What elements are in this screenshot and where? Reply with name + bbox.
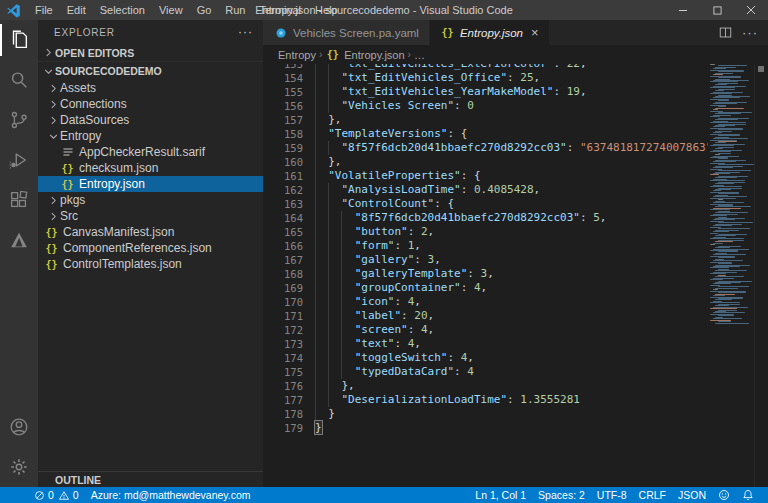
activity-item-search[interactable] — [0, 60, 38, 100]
code-line-text: } — [303, 407, 335, 421]
status-feedback[interactable] — [712, 487, 736, 503]
tree-item-datasources[interactable]: DataSources — [38, 112, 263, 128]
menu-view[interactable]: View — [152, 0, 190, 20]
menu-file[interactable]: File — [28, 0, 60, 20]
minimize-icon[interactable] — [666, 0, 700, 20]
tree-item-canvasmanifest-json[interactable]: {}CanvasManifest.json — [38, 224, 263, 240]
code-line-text: }, — [303, 113, 341, 127]
activity-item-settings[interactable] — [0, 447, 38, 487]
code-token: "ControlCount" — [341, 197, 434, 210]
split-editor-icon[interactable] — [719, 26, 732, 39]
breadcrumb-item-entropy[interactable]: Entropy — [278, 49, 316, 61]
activity-item-run-and-debug[interactable] — [0, 140, 38, 180]
activity-item-extensions[interactable] — [0, 180, 38, 220]
status-cursor-position[interactable]: Ln 1, Col 1 — [469, 487, 532, 503]
status-eol[interactable]: CRLF — [633, 487, 672, 503]
code-line: 171"label": 20, — [263, 309, 768, 323]
tab-label: Entropy.json — [460, 27, 523, 39]
code-token: "form" — [355, 239, 395, 252]
indent-guide — [328, 183, 341, 197]
outline-section-header[interactable]: OUTLINE — [38, 471, 263, 487]
tree-item-label: pkgs — [60, 193, 85, 207]
tree-item-src[interactable]: Src — [38, 208, 263, 224]
tree-item-assets[interactable]: Assets — [38, 80, 263, 96]
line-number: 160 — [263, 155, 303, 169]
line-number: 167 — [263, 253, 303, 267]
indent-guide — [315, 365, 328, 379]
search-icon — [8, 69, 30, 91]
code-line-text: "txt_EditVehicles_YearMakeModel": 19, — [303, 85, 587, 99]
tree-item-entropy[interactable]: Entropy — [38, 128, 263, 144]
breadcrumb-item-[interactable]: … — [414, 49, 425, 61]
line-number: 156 — [263, 99, 303, 113]
tree-item-pkgs[interactable]: pkgs — [38, 192, 263, 208]
indent-guide — [315, 85, 328, 99]
maximize-icon[interactable] — [700, 0, 734, 20]
code-token: "AnalysisLoadTime" — [341, 183, 460, 196]
status-problems-warnings[interactable]: 0 — [56, 487, 85, 503]
line-number: 161 — [263, 169, 303, 183]
status-label: CRLF — [639, 489, 666, 501]
status-indentation[interactable]: Spaces: 2 — [532, 487, 591, 503]
indent-guide — [315, 183, 328, 197]
tab-entropy-json[interactable]: {}Entropy.json× — [430, 20, 549, 45]
code-token: "8f57f6dcb20d41bbaefc270d8292cc03" — [341, 141, 566, 154]
tree-item-controltemplates-json[interactable]: {}ControlTemplates.json — [38, 256, 263, 272]
breadcrumb-label: Entropy.json — [344, 49, 404, 61]
section-open-editors[interactable]: OPEN EDITORS — [38, 44, 263, 62]
tree-item-connections[interactable]: Connections — [38, 96, 263, 112]
tree-item-appcheckerresult-sarif[interactable]: AppCheckerResult.sarif — [38, 144, 263, 160]
editor-scrollbar[interactable] — [754, 64, 768, 487]
chevron-right-icon — [41, 473, 55, 487]
close-icon[interactable] — [734, 0, 768, 20]
activity-item-accounts[interactable] — [0, 407, 38, 447]
tree-item-label: ComponentReferences.json — [63, 241, 212, 255]
code-token: , — [414, 337, 421, 350]
status-problems-errors[interactable]: 0 — [28, 487, 56, 503]
tree-item-componentreferences-json[interactable]: {}ComponentReferences.json — [38, 240, 263, 256]
overview-ruler-decoration — [758, 66, 764, 72]
line-number: 159 — [263, 141, 303, 155]
code-line: 175"typedDataCard": 4 — [263, 365, 768, 379]
status-language-mode[interactable]: JSON — [672, 487, 712, 503]
code-line: 165"button": 2, — [263, 225, 768, 239]
status-azure-account[interactable]: Azure: md@matthewdevaney.com — [85, 487, 257, 503]
activity-item-azure[interactable] — [0, 220, 38, 260]
code-token: : — [507, 71, 520, 84]
tree-item-entropy-json[interactable]: {}Entropy.json — [38, 176, 263, 192]
tree-item-checksum-json[interactable]: {}checksum.json — [38, 160, 263, 176]
activity-item-explorer[interactable] — [0, 20, 38, 60]
code-line-text: }, — [303, 155, 341, 169]
indent-guide — [328, 393, 341, 407]
minimap[interactable] — [708, 64, 754, 487]
code-token: : — [467, 267, 480, 280]
menu-help[interactable]: Help — [308, 0, 345, 20]
close-icon[interactable]: × — [531, 26, 539, 39]
powerapps-yaml-icon — [273, 27, 288, 39]
menu-terminal[interactable]: Terminal — [253, 0, 309, 20]
code-editor[interactable]: 153"txt_EditVehicles_ExteriorColor": 22,… — [263, 64, 768, 487]
indent-guide — [315, 99, 328, 113]
vscode-window: FileEditSelectionViewGoRunTerminalHelp E… — [0, 0, 768, 503]
chevron-right-icon — [46, 97, 60, 111]
status-label: 0 — [73, 489, 79, 501]
menu-bar: FileEditSelectionViewGoRunTerminalHelp — [28, 0, 345, 20]
code-line-text: "text": 4, — [303, 337, 421, 351]
code-line: 164"8f57f6dcb20d41bbaefc270d8292cc03": 5… — [263, 211, 768, 225]
section-sourcecodedemo[interactable]: SOURCECODEDEMO — [38, 62, 263, 80]
chevron-down-icon — [41, 64, 55, 78]
status-encoding[interactable]: UTF-8 — [591, 487, 633, 503]
editor-more-actions-icon[interactable]: ··· — [742, 25, 758, 40]
menu-selection[interactable]: Selection — [93, 0, 152, 20]
breadcrumb-item-entropy-json[interactable]: {}Entropy.json — [325, 49, 404, 61]
menu-run[interactable]: Run — [218, 0, 252, 20]
tab-vehicles-screen-pa-yaml[interactable]: Vehicles Screen.pa.yaml — [263, 20, 429, 45]
menu-go[interactable]: Go — [190, 0, 219, 20]
explorer-more-actions-icon[interactable]: ··· — [238, 25, 253, 39]
status-label: JSON — [678, 489, 706, 501]
code-token: , — [534, 183, 541, 196]
status-bar: 00Azure: md@matthewdevaney.com Ln 1, Col… — [0, 487, 768, 503]
activity-item-source-control[interactable] — [0, 100, 38, 140]
menu-edit[interactable]: Edit — [60, 0, 93, 20]
status-notifications[interactable] — [736, 487, 760, 503]
